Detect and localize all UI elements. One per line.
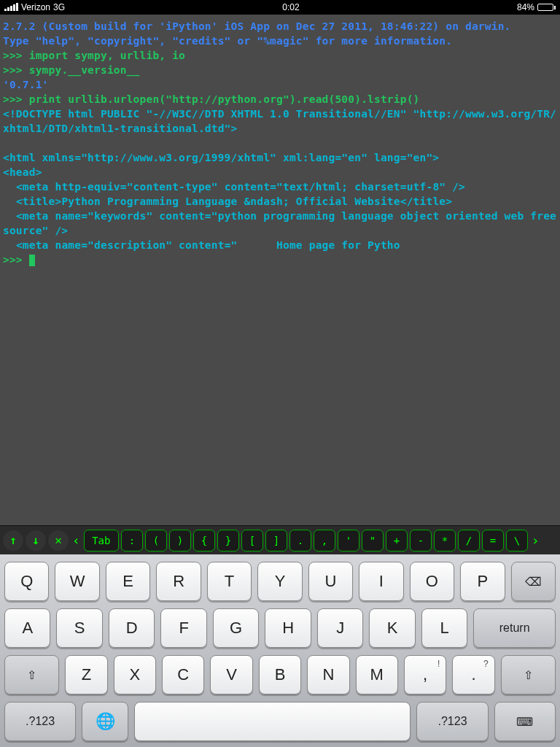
key-r[interactable]: R bbox=[156, 562, 201, 601]
colon-key[interactable]: : bbox=[121, 530, 143, 551]
rbrace-key[interactable]: } bbox=[217, 530, 239, 551]
slash-key[interactable]: / bbox=[458, 530, 480, 551]
terminal-output[interactable]: 2.7.2 (Custom build for 'iPython' iOS Ap… bbox=[0, 15, 560, 271]
backspace-key[interactable]: ⌫ bbox=[511, 562, 556, 601]
accessory-bar: ↑ ↓ ✕ ‹ Tab : ( ) { } [ ] . , ' " + - * … bbox=[0, 525, 560, 554]
network-label: 3G bbox=[53, 2, 65, 12]
shift-key-left[interactable]: ⇧ bbox=[4, 655, 59, 694]
key-s[interactable]: S bbox=[56, 608, 102, 648]
key-a[interactable]: A bbox=[4, 608, 50, 648]
output-line bbox=[3, 136, 557, 150]
banner-line: 2.7.2 (Custom build for 'iPython' iOS Ap… bbox=[3, 19, 557, 34]
key-b[interactable]: B bbox=[259, 655, 301, 694]
tab-key[interactable]: Tab bbox=[84, 530, 119, 551]
key-j[interactable]: J bbox=[317, 608, 363, 648]
key-o[interactable]: O bbox=[410, 562, 454, 601]
input-line: sympy.__version__ bbox=[29, 64, 140, 76]
status-bar: Verizon 3G 0:02 84% bbox=[0, 0, 560, 15]
input-line: import sympy, urllib, io bbox=[29, 50, 185, 61]
lbracket-key[interactable]: [ bbox=[241, 530, 263, 551]
carrier-label: Verizon bbox=[21, 2, 50, 12]
shift-icon: ⇧ bbox=[27, 668, 36, 682]
key-g[interactable]: G bbox=[213, 608, 259, 648]
lbrace-key[interactable]: { bbox=[193, 530, 215, 551]
numbers-key-right[interactable]: .?123 bbox=[416, 702, 488, 741]
key-h[interactable]: H bbox=[265, 608, 311, 648]
key-c[interactable]: C bbox=[162, 655, 204, 694]
clear-button[interactable]: ✕ bbox=[48, 530, 69, 551]
lparen-key[interactable]: ( bbox=[145, 530, 167, 551]
battery-percent: 84% bbox=[517, 2, 534, 12]
key-z[interactable]: Z bbox=[65, 655, 107, 694]
history-down-button[interactable]: ↓ bbox=[26, 530, 46, 551]
scroll-right-icon[interactable]: › bbox=[530, 533, 541, 548]
key-i[interactable]: I bbox=[359, 562, 403, 601]
backslash-key[interactable]: \ bbox=[506, 530, 528, 551]
prompt: >>> bbox=[3, 64, 29, 76]
key-w[interactable]: W bbox=[55, 562, 99, 601]
key-n[interactable]: N bbox=[307, 655, 349, 694]
squote-key[interactable]: ' bbox=[338, 530, 359, 551]
shift-key-right[interactable]: ⇧ bbox=[501, 655, 556, 694]
key-k[interactable]: K bbox=[369, 608, 415, 648]
key-u[interactable]: U bbox=[308, 562, 353, 601]
key-t[interactable]: T bbox=[207, 562, 252, 601]
prompt: >>> bbox=[3, 50, 29, 61]
prompt: >>> bbox=[3, 93, 29, 105]
output-line: <meta name="keywords" content="python pr… bbox=[3, 209, 557, 238]
output-line: <html xmlns="http://www.w3.org/1999/xhtm… bbox=[3, 150, 557, 165]
key-d[interactable]: D bbox=[109, 608, 155, 648]
battery-icon bbox=[537, 4, 556, 11]
output-line: <meta name="description" content=" Home … bbox=[3, 238, 557, 252]
output-line: <title>Python Programming Language &ndas… bbox=[3, 194, 557, 209]
banner-line: Type "help", "copyright", "credits" or "… bbox=[3, 34, 557, 48]
key-m[interactable]: M bbox=[356, 655, 398, 694]
clock: 0:02 bbox=[282, 2, 299, 12]
key-p[interactable]: P bbox=[460, 562, 505, 601]
history-up-button[interactable]: ↑ bbox=[3, 530, 23, 551]
output-line: <head> bbox=[3, 165, 557, 179]
plus-key[interactable]: + bbox=[386, 530, 408, 551]
space-key[interactable] bbox=[134, 702, 411, 741]
rbracket-key[interactable]: ] bbox=[265, 530, 287, 551]
shift-icon: ⇧ bbox=[524, 668, 533, 682]
key-period[interactable]: ?. bbox=[452, 655, 494, 694]
equals-key[interactable]: = bbox=[482, 530, 504, 551]
key-comma[interactable]: !, bbox=[404, 655, 446, 694]
hide-keyboard-icon: ⌨ bbox=[516, 715, 533, 729]
comma-key[interactable]: , bbox=[314, 530, 335, 551]
key-v[interactable]: V bbox=[210, 655, 252, 694]
scroll-left-icon[interactable]: ‹ bbox=[71, 533, 82, 548]
rparen-key[interactable]: ) bbox=[169, 530, 191, 551]
globe-icon: 🌐 bbox=[96, 712, 115, 731]
output-line: <meta http-equiv="content-type" content=… bbox=[3, 179, 557, 194]
signal-icon bbox=[4, 4, 18, 11]
star-key[interactable]: * bbox=[434, 530, 456, 551]
dot-key[interactable]: . bbox=[289, 530, 311, 551]
dquote-key[interactable]: " bbox=[362, 530, 384, 551]
output-line: '0.7.1' bbox=[3, 77, 557, 92]
input-line: print urllib.urlopen("http://python.org"… bbox=[29, 93, 420, 105]
return-key[interactable]: return bbox=[473, 608, 556, 648]
backspace-icon: ⌫ bbox=[525, 575, 542, 589]
cursor bbox=[29, 255, 35, 266]
key-y[interactable]: Y bbox=[257, 562, 302, 601]
key-q[interactable]: Q bbox=[4, 562, 49, 601]
numbers-key-left[interactable]: .?123 bbox=[4, 702, 76, 741]
key-x[interactable]: X bbox=[114, 655, 156, 694]
minus-key[interactable]: - bbox=[410, 530, 432, 551]
key-e[interactable]: E bbox=[106, 562, 150, 601]
output-line: <!DOCTYPE html PUBLIC "-//W3C//DTD XHTML… bbox=[3, 107, 557, 136]
key-f[interactable]: F bbox=[160, 608, 206, 648]
globe-key[interactable]: 🌐 bbox=[82, 702, 128, 741]
key-l[interactable]: L bbox=[421, 608, 467, 648]
keyboard: Q W E R T Y U I O P ⌫ A S D F G H J K L … bbox=[0, 554, 560, 747]
hide-keyboard-key[interactable]: ⌨ bbox=[494, 702, 556, 741]
prompt: >>> bbox=[3, 254, 29, 266]
